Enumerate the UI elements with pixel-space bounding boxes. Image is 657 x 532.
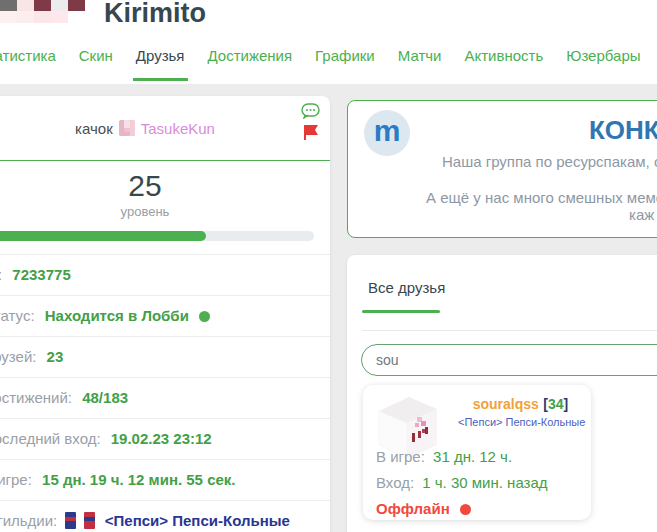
- friend-status-row: Оффлайн: [376, 496, 548, 522]
- friend-name[interactable]: souralqss: [473, 396, 539, 412]
- vk-group-banner[interactable]: m КОНК Наша группа по ресурспакам, скина…: [347, 100, 657, 238]
- tab-friends[interactable]: Друзья: [133, 47, 188, 81]
- friend-playtime-row: В игре: 31 дн. 12 ч.: [376, 444, 548, 470]
- friend-search-input[interactable]: [361, 344, 657, 376]
- level-label: уровень: [0, 204, 330, 219]
- offline-status-dot: [460, 504, 471, 515]
- offline-status: Оффлайн: [376, 500, 450, 517]
- divider: [362, 330, 657, 331]
- player-avatar: [0, 0, 85, 23]
- profile-card-header: качок TasukeKun: [0, 96, 330, 161]
- stat-row-last-login: Последний вход: 19.02.23 23:12: [0, 418, 330, 459]
- banner-text-line1: Наша группа по ресурспакам, скина: [442, 153, 657, 170]
- active-tab-underline: [362, 310, 440, 313]
- level-block: 25 уровень: [0, 161, 330, 241]
- friend-card[interactable]: souralqss [34] <Пепси> Пепси-Кольные В и…: [363, 385, 591, 520]
- stat-row-status: Статус: Находится в Лобби: [0, 295, 330, 336]
- guild-link[interactable]: <Пепси> Пепси-Кольные: [105, 512, 290, 529]
- friend-name-block: souralqss [34] <Пепси> Пепси-Кольные: [458, 395, 583, 428]
- banner-text-line3: каж: [629, 206, 654, 223]
- stat-row-id: ID: 7233775: [0, 254, 330, 295]
- guild-banner-icon: [65, 512, 76, 529]
- friend-info: В игре: 31 дн. 12 ч. Вход: 1 ч. 30 мин. …: [376, 444, 548, 522]
- report-flag-icon[interactable]: [303, 124, 319, 141]
- page-title: Kirimito: [104, 0, 206, 29]
- group-logo-m: m: [364, 110, 410, 156]
- tab-achievements[interactable]: Достижения: [205, 47, 296, 81]
- tab-userbars[interactable]: Юзербары: [563, 47, 643, 81]
- profile-page: Kirimito Статистика Скин Друзья Достижен…: [0, 0, 657, 532]
- tab-statistics[interactable]: Статистика: [0, 47, 59, 81]
- online-status-dot: [199, 311, 210, 322]
- banner-text-line2: А ещё у нас много смешных мемов и и: [426, 189, 657, 206]
- level-number: 25: [0, 169, 330, 203]
- stat-row-guild: В гильдии: <Пепси> Пепси-Кольные: [0, 500, 330, 532]
- guild-banner-icon: [84, 512, 95, 529]
- profile-card: качок TasukeKun 25 уровень: [0, 96, 330, 532]
- username-prefix: качок: [75, 120, 113, 137]
- tab-matches[interactable]: Матчи: [395, 47, 445, 81]
- mini-avatar: [119, 120, 135, 136]
- level-progress-bar: [0, 231, 314, 241]
- stat-row-playtime: В игре: 15 дн. 19 ч. 12 мин. 55 сек.: [0, 459, 330, 500]
- tab-skin[interactable]: Скин: [76, 47, 116, 81]
- friend-guild-link[interactable]: <Пепси> Пепси-Кольные: [458, 416, 583, 428]
- banner-title: КОНК: [589, 115, 657, 146]
- stat-row-friends: Друзей: 23: [0, 336, 330, 377]
- tab-charts[interactable]: Графики: [312, 47, 378, 81]
- friends-panel: Все друзья souralqss [34]: [347, 255, 657, 532]
- tab-all-friends[interactable]: Все друзья: [368, 279, 445, 296]
- stat-row-achievements: Достижений: 48/183: [0, 377, 330, 418]
- username-link[interactable]: TasukeKun: [141, 120, 215, 137]
- tab-activity[interactable]: Активность: [461, 47, 546, 81]
- friend-level: 34: [548, 396, 564, 412]
- friend-last-login-row: Вход: 1 ч. 30 мин. назад: [376, 470, 548, 496]
- profile-nav: Статистика Скин Друзья Достижения График…: [0, 47, 644, 81]
- chat-bubble-icon[interactable]: [301, 103, 320, 119]
- level-progress-fill: [0, 231, 206, 241]
